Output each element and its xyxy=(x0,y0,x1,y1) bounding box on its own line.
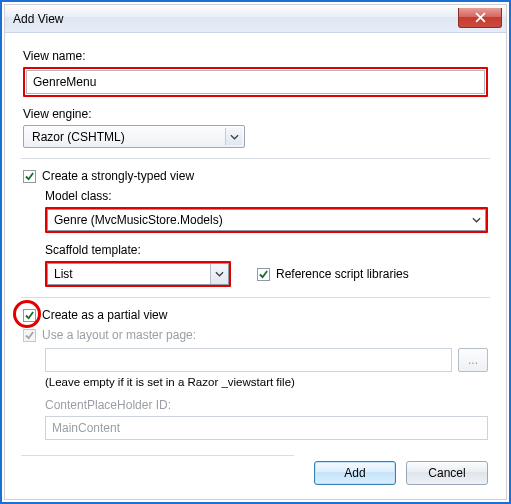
model-class-select[interactable]: Genre (MvcMusicStore.Models) xyxy=(47,209,486,231)
strongly-typed-label: Create a strongly-typed view xyxy=(42,169,194,183)
add-button[interactable]: Add xyxy=(314,461,396,485)
view-engine-label: View engine: xyxy=(23,107,488,121)
use-layout-label: Use a layout or master page: xyxy=(42,328,196,342)
scaffold-select[interactable]: List xyxy=(47,263,229,285)
partial-view-label: Create as a partial view xyxy=(42,308,167,322)
chevron-down-icon xyxy=(210,264,228,284)
cancel-button[interactable]: Cancel xyxy=(406,461,488,485)
window-title: Add View xyxy=(13,12,63,26)
close-button[interactable] xyxy=(458,8,502,28)
strongly-typed-checkbox[interactable] xyxy=(23,170,36,183)
highlight-circle xyxy=(13,300,41,328)
model-class-label: Model class: xyxy=(45,189,488,203)
chevron-down-icon xyxy=(467,210,485,230)
view-name-label: View name: xyxy=(23,49,488,63)
use-layout-checkbox xyxy=(23,329,36,342)
placeholder-label: ContentPlaceHolder ID: xyxy=(45,398,488,412)
scaffold-label: Scaffold template: xyxy=(45,243,488,257)
model-class-value: Genre (MvcMusicStore.Models) xyxy=(54,213,223,227)
ref-scripts-label: Reference script libraries xyxy=(276,267,409,281)
layout-hint: (Leave empty if it is set in a Razor _vi… xyxy=(45,376,488,388)
close-icon xyxy=(475,12,486,23)
chevron-down-icon xyxy=(225,128,242,145)
titlebar: Add View xyxy=(5,5,506,33)
placeholder-input xyxy=(45,416,488,440)
ref-scripts-checkbox[interactable] xyxy=(257,268,270,281)
view-name-input[interactable] xyxy=(26,70,485,94)
view-engine-select[interactable]: Razor (CSHTML) xyxy=(23,125,245,148)
layout-path-input xyxy=(45,348,452,372)
scaffold-value: List xyxy=(54,267,73,281)
browse-label: ... xyxy=(468,353,478,367)
browse-button: ... xyxy=(458,348,488,372)
view-engine-value: Razor (CSHTML) xyxy=(32,130,125,144)
